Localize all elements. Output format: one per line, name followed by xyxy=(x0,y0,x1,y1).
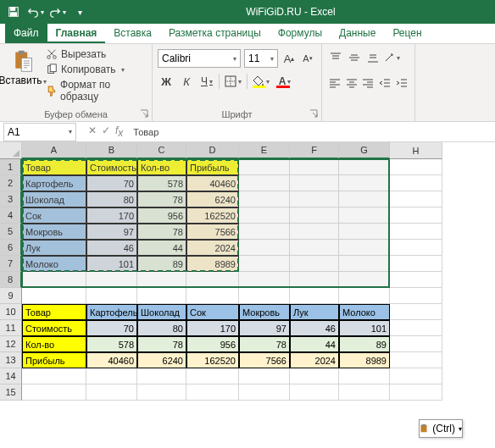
cell[interactable]: 170 xyxy=(86,207,137,224)
cell[interactable] xyxy=(137,288,186,304)
italic-button[interactable]: К xyxy=(178,73,195,90)
cell[interactable]: Товар xyxy=(22,159,86,175)
dialog-launcher-icon[interactable] xyxy=(309,108,319,119)
cell[interactable]: Стоимость xyxy=(22,320,86,336)
name-box[interactable]: A1▾ xyxy=(3,123,76,141)
cell[interactable]: 80 xyxy=(86,191,137,207)
format-painter-button[interactable]: Формат по образцу xyxy=(44,78,147,103)
cell[interactable]: Шоколад xyxy=(137,304,186,320)
cell[interactable]: 70 xyxy=(86,320,137,336)
redo-icon[interactable]: ▾ xyxy=(47,2,68,22)
cell[interactable] xyxy=(239,175,290,191)
row-header[interactable]: 6 xyxy=(0,240,22,256)
cell[interactable]: Прибыль xyxy=(186,159,239,175)
cell[interactable]: Картофель xyxy=(22,175,86,191)
cell[interactable]: 101 xyxy=(86,256,137,272)
cell[interactable]: 78 xyxy=(137,224,186,240)
cell[interactable] xyxy=(390,320,442,336)
cell[interactable] xyxy=(186,288,239,304)
cell[interactable] xyxy=(22,288,86,304)
cell[interactable] xyxy=(339,256,390,272)
cells[interactable]: ТоварСтоимостьКол-воПрибыльКартофель7057… xyxy=(22,159,442,401)
cell[interactable] xyxy=(137,384,186,401)
cell[interactable] xyxy=(86,272,137,288)
align-bottom-icon[interactable] xyxy=(364,49,381,66)
cell[interactable] xyxy=(290,159,339,175)
cell[interactable]: 89 xyxy=(339,336,390,352)
cell[interactable] xyxy=(239,368,290,384)
cell[interactable] xyxy=(390,336,442,352)
align-left-icon[interactable] xyxy=(327,75,342,91)
font-name-select[interactable]: Calibri▾ xyxy=(158,49,241,68)
cell[interactable]: 8989 xyxy=(186,256,239,272)
cell[interactable] xyxy=(290,384,339,401)
col-header[interactable]: B xyxy=(86,142,137,159)
tab-file[interactable]: Файл xyxy=(5,24,47,43)
cell[interactable]: Сок xyxy=(186,304,239,320)
underline-button[interactable]: Ч▾ xyxy=(198,73,215,90)
cell[interactable] xyxy=(137,368,186,384)
tab-home[interactable]: Главная xyxy=(47,24,106,43)
font-size-select[interactable]: 11▾ xyxy=(244,49,278,68)
worksheet-grid[interactable]: ABCDEFGH 123456789101112131415 ТоварСтои… xyxy=(0,142,495,448)
row-header[interactable]: 14 xyxy=(0,368,22,384)
cell[interactable]: 40460 xyxy=(86,352,137,368)
qat-customize-icon[interactable]: ▾ xyxy=(70,2,90,22)
cell[interactable]: 6240 xyxy=(186,191,239,207)
cell[interactable] xyxy=(390,256,442,272)
cell[interactable] xyxy=(86,384,137,401)
cell[interactable]: Молоко xyxy=(22,256,86,272)
cell[interactable] xyxy=(239,288,290,304)
cell[interactable] xyxy=(186,384,239,401)
undo-icon[interactable]: ▾ xyxy=(25,2,46,22)
cell[interactable] xyxy=(390,352,442,368)
cell[interactable]: 578 xyxy=(86,336,137,352)
cell[interactable] xyxy=(390,224,442,240)
increase-font-icon[interactable]: A▴ xyxy=(281,49,297,68)
cell[interactable]: Кол-во xyxy=(137,159,186,175)
cell[interactable] xyxy=(239,256,290,272)
col-header[interactable]: H xyxy=(390,142,442,159)
cell[interactable]: 80 xyxy=(137,320,186,336)
cell[interactable]: Сок xyxy=(22,207,86,224)
row-header[interactable]: 5 xyxy=(0,224,22,240)
row-header[interactable]: 15 xyxy=(0,384,22,401)
paste-button[interactable]: Вставить▾ xyxy=(5,46,41,103)
row-header[interactable]: 1 xyxy=(0,159,22,175)
cell[interactable]: Лук xyxy=(22,240,86,256)
decrease-indent-icon[interactable] xyxy=(377,75,392,91)
col-header[interactable]: F xyxy=(290,142,339,159)
cell[interactable] xyxy=(239,272,290,288)
cell[interactable] xyxy=(390,304,442,320)
cell[interactable]: 8989 xyxy=(339,352,390,368)
paste-options-button[interactable]: (Ctrl)▾ xyxy=(419,419,463,438)
font-color-button[interactable]: A▾ xyxy=(275,73,295,90)
align-center-icon[interactable] xyxy=(344,75,359,91)
select-all-button[interactable] xyxy=(0,142,22,159)
cell[interactable]: 956 xyxy=(186,336,239,352)
cell[interactable] xyxy=(239,207,290,224)
row-header[interactable]: 13 xyxy=(0,352,22,368)
cell[interactable]: Прибыль xyxy=(22,352,86,368)
align-right-icon[interactable] xyxy=(361,75,376,91)
cell[interactable] xyxy=(390,240,442,256)
cell[interactable]: 162520 xyxy=(186,207,239,224)
cell[interactable] xyxy=(339,224,390,240)
cell[interactable]: 2024 xyxy=(290,352,339,368)
cell[interactable] xyxy=(339,272,390,288)
cell[interactable] xyxy=(339,191,390,207)
cell[interactable] xyxy=(339,207,390,224)
cell[interactable]: Кол-во xyxy=(22,336,86,352)
cell[interactable] xyxy=(290,207,339,224)
cell[interactable]: Лук xyxy=(290,304,339,320)
cell[interactable] xyxy=(239,224,290,240)
cancel-icon[interactable]: ✕ xyxy=(88,124,97,139)
cell[interactable]: 78 xyxy=(137,336,186,352)
cell[interactable]: 2024 xyxy=(186,240,239,256)
column-headers[interactable]: ABCDEFGH xyxy=(22,142,442,159)
col-header[interactable]: D xyxy=(186,142,239,159)
cell[interactable]: 97 xyxy=(86,224,137,240)
cell[interactable] xyxy=(390,175,442,191)
cell[interactable] xyxy=(290,256,339,272)
col-header[interactable]: E xyxy=(239,142,290,159)
